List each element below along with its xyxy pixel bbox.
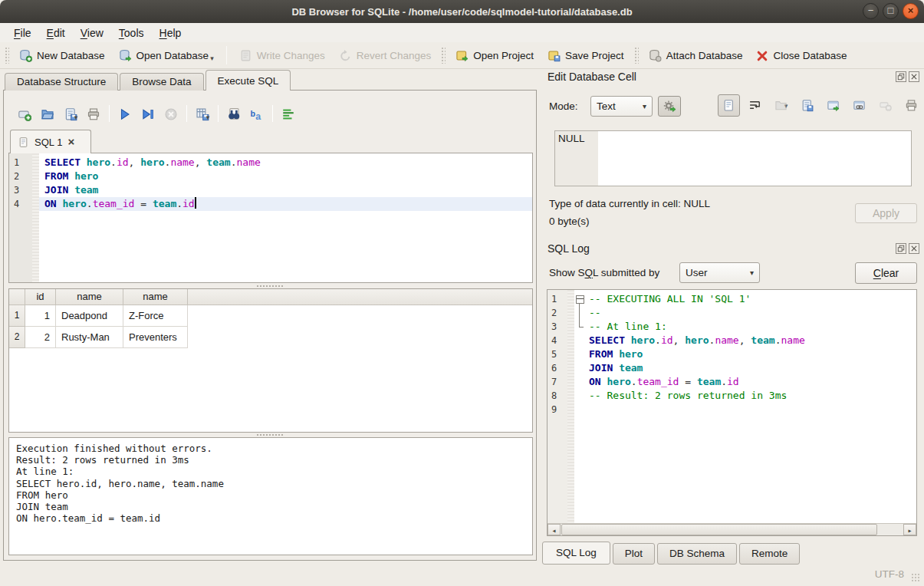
revert-changes-icon (339, 49, 352, 62)
toolbar-button-close-database[interactable]: Close Database (749, 46, 853, 65)
menu-item-view[interactable]: View (73, 25, 111, 41)
scroll-left-icon[interactable]: ◂ (547, 524, 561, 535)
celltoolbar-button-word-wrap[interactable] (744, 94, 766, 117)
sqltoolbar-button-format-sql[interactable] (277, 104, 300, 123)
log-horizontal-scrollbar[interactable]: ◂ ▸ (547, 523, 916, 535)
menu-item-help[interactable]: Help (152, 25, 189, 41)
menu-item-file[interactable]: File (6, 25, 39, 41)
toolbar-button-revert-changes: Revert Changes (332, 46, 439, 65)
sqltoolbar-button-save-results[interactable]: ▾ (191, 104, 214, 123)
fold-toggle-icon[interactable] (574, 292, 586, 306)
fold-guide (574, 403, 586, 416)
row-header[interactable]: 1 (9, 305, 25, 327)
celltoolbar-button-text-mode[interactable] (718, 94, 740, 117)
sqltoolbar-button-print[interactable] (82, 104, 105, 123)
close-panel-icon[interactable] (909, 71, 919, 82)
scroll-right-icon[interactable]: ▸ (903, 524, 916, 535)
code-token: -- EXECUTING ALL IN 'SQL 1' (589, 293, 751, 305)
menu-item-tools[interactable]: Tools (111, 25, 152, 41)
editor-results-splitter[interactable] (4, 283, 536, 288)
close-panel-icon[interactable] (909, 243, 919, 254)
mode-select[interactable]: Text ▾ (590, 96, 653, 117)
close-button[interactable]: × (903, 3, 919, 19)
write-changes-icon (239, 49, 252, 62)
sql-log-view[interactable]: 1-- EXECUTING ALL IN 'SQL 1'2--3-- At li… (547, 289, 917, 536)
toolbar-button-save-project[interactable]: Save Project (541, 46, 631, 65)
maximize-button[interactable]: □ (883, 3, 899, 19)
log-code-line: JOIN team (586, 361, 916, 375)
row-header[interactable]: 2 (9, 327, 25, 348)
sql-editor[interactable]: 1SELECT hero.id, hero.name, team.name2FR… (8, 153, 533, 283)
toolbar-drag-handle[interactable] (441, 47, 446, 64)
column-header[interactable]: name (123, 289, 188, 305)
celltoolbar-button-save-file[interactable] (796, 94, 818, 117)
celltoolbar-button-copy-link[interactable] (848, 94, 870, 117)
sql-editor-tab[interactable]: SQL 1 × (10, 130, 91, 153)
toolbar-button-attach-database[interactable]: Attach Database (642, 46, 750, 65)
log-filter-select[interactable]: User ▾ (679, 262, 760, 283)
toolbar-button-open-database[interactable]: Open Database▾ (112, 46, 221, 65)
table-cell[interactable]: Z-Force (123, 305, 188, 327)
sqltoolbar-button-execute-all[interactable] (113, 104, 136, 123)
fold-guide (574, 347, 586, 361)
sqltoolbar-button-open-sql-file[interactable] (36, 104, 59, 123)
close-sql-tab-icon[interactable]: × (67, 137, 74, 147)
tab-sql-log[interactable]: SQL Log (542, 542, 610, 565)
toolbar-drag-handle[interactable] (5, 47, 9, 64)
menu-item-edit[interactable]: Edit (39, 25, 73, 41)
minimize-button[interactable]: − (863, 3, 879, 19)
results-message-splitter[interactable] (4, 432, 536, 437)
float-panel-icon[interactable] (896, 71, 906, 82)
sqltoolbar-button-execute-current-line[interactable] (136, 104, 159, 123)
clear-log-button[interactable]: Clear (855, 262, 917, 284)
sqltoolbar-button-autocomplete[interactable]: ba (245, 104, 268, 123)
table-cell[interactable]: 1 (25, 305, 56, 327)
new-sql-tab-icon (18, 107, 31, 121)
sqltoolbar-button-save-sql-file[interactable]: ▾ (59, 104, 82, 123)
results-corner-header[interactable] (9, 289, 25, 305)
format-sql-icon (281, 107, 295, 121)
code-token: id (661, 334, 673, 346)
line-number: 7 (547, 375, 567, 389)
log-line: 3-- At line 1: (547, 320, 916, 334)
log-code-line (586, 403, 916, 416)
code-token: . (775, 334, 781, 346)
column-header[interactable]: name (56, 289, 123, 305)
code-token: hero (140, 156, 164, 168)
message-line: At line 1: (16, 466, 525, 477)
toolbar-drag-handle[interactable] (634, 47, 639, 64)
copy-link-icon (853, 99, 866, 112)
code-token: name (237, 156, 261, 168)
line-number: 2 (547, 306, 567, 320)
sqltoolbar-button-new-sql-tab[interactable] (13, 104, 36, 123)
tab-remote[interactable]: Remote (739, 543, 800, 565)
log-code-line: FROM hero (586, 347, 916, 361)
tab-database-structure[interactable]: Database Structure (5, 73, 118, 91)
celltoolbar-button-print-cell[interactable] (900, 94, 922, 117)
table-cell[interactable]: 2 (25, 327, 56, 348)
auto-apply-button[interactable] (658, 96, 681, 117)
chevron-down-icon: ▾ (74, 114, 78, 121)
sqltoolbar-button-stop (159, 104, 182, 123)
table-cell[interactable]: Rusty-Man (56, 327, 123, 348)
code-token: . (87, 198, 93, 209)
tab-db-schema[interactable]: DB Schema (657, 543, 737, 565)
table-cell[interactable]: Preventers (123, 327, 188, 348)
table-cell[interactable]: Deadpond (56, 305, 123, 327)
toolbar-button-new-database[interactable]: New Database (12, 46, 112, 65)
celltoolbar-button-import-data[interactable] (822, 94, 844, 117)
cell-value-editor[interactable]: NULL (554, 130, 912, 186)
tab-execute-sql[interactable]: Execute SQL (206, 70, 291, 91)
float-panel-icon[interactable] (896, 243, 906, 254)
toolbar-button-open-project[interactable]: Open Project (449, 46, 541, 65)
titlebar[interactable]: DB Browser for SQLite - /home/user/code/… (0, 0, 924, 23)
word-wrap-icon (748, 99, 761, 112)
tab-browse-data[interactable]: Browse Data (120, 73, 203, 91)
code-token: . (110, 156, 117, 168)
sqltoolbar-button-find-replace[interactable] (222, 104, 245, 123)
column-header[interactable]: id (25, 289, 56, 305)
tab-plot[interactable]: Plot (613, 543, 655, 565)
scrollbar-thumb[interactable] (561, 524, 877, 535)
resize-grip[interactable] (911, 573, 921, 583)
fold-margin (567, 320, 574, 334)
